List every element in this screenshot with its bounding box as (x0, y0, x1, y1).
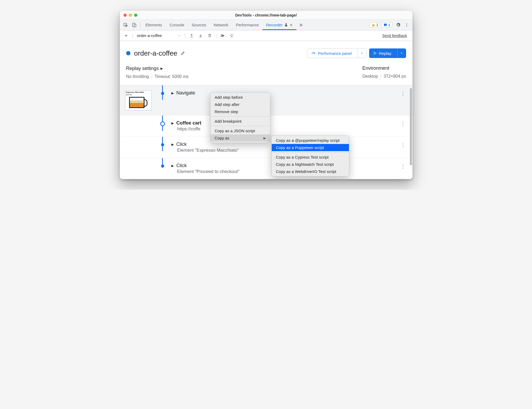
svg-point-7 (231, 36, 232, 37)
step-title: Navigate (176, 90, 195, 96)
step-more-icon[interactable]: ⋮ (399, 120, 407, 127)
recorder-toolbar: order-a-coffee Send feedback (120, 30, 413, 41)
replay-settings-toggle[interactable]: Replay settings ▸ (126, 65, 189, 71)
close-icon[interactable] (290, 23, 293, 27)
menu-add-step-before[interactable]: Add step before (211, 94, 270, 101)
kebab-icon[interactable] (402, 21, 411, 29)
environment-size: 372×804 px (383, 74, 406, 79)
step-context-menu: Add step before Add step after Remove st… (210, 92, 270, 143)
menu-remove-step[interactable]: Remove step (211, 108, 270, 115)
tab-console[interactable]: Console (166, 20, 188, 30)
settings-icon[interactable] (394, 21, 402, 29)
tab-sources[interactable]: Sources (188, 20, 210, 30)
menu-add-breakpoint[interactable]: Add breakpoint (211, 118, 270, 125)
panel-tabstrip: Elements Console Sources Network Perform… (120, 20, 413, 30)
tab-recorder-label: Recorder (266, 23, 283, 27)
chevron-down-icon (178, 34, 181, 37)
throttling-value: No throttling (126, 74, 149, 79)
chevron-right-icon: ▸ (160, 65, 163, 71)
timeline-node-icon (161, 92, 164, 95)
svg-point-5 (406, 26, 407, 27)
settings-row: Replay settings ▸ No throttling Timeout:… (120, 64, 413, 85)
step-over-icon[interactable] (218, 31, 227, 40)
recording-dot-icon (126, 51, 130, 55)
menu-add-step-after[interactable]: Add step after (211, 101, 270, 108)
menu-copy-puppeteer[interactable]: Copy as a Puppeteer script (272, 144, 349, 151)
step-more-icon[interactable]: ⋮ (399, 90, 407, 97)
svg-point-3 (406, 23, 407, 24)
device-toggle-icon[interactable] (130, 21, 138, 29)
window-controls (123, 14, 137, 17)
timeline-node-icon (161, 143, 164, 146)
step-expand[interactable]: ▶ Navigate (171, 90, 399, 96)
menu-copy-puppeteer-replay[interactable]: Copy as a @puppeteer/replay script (272, 137, 349, 144)
recording-select[interactable]: order-a-coffee (135, 32, 183, 39)
submenu-arrow-icon: ▶ (263, 136, 266, 140)
svg-rect-6 (221, 35, 222, 37)
titlebar: DevTools - chrome://new-tab-page/ (120, 11, 413, 20)
menu-copy-as[interactable]: Copy as ▶ (211, 134, 270, 142)
maximize-window-button[interactable] (134, 14, 137, 17)
delete-icon[interactable] (205, 31, 214, 40)
performance-panel-label: Performance panel (318, 51, 352, 56)
tab-elements[interactable]: Elements (142, 20, 166, 30)
step-more-icon[interactable]: ⋮ (399, 163, 407, 169)
performance-panel-button[interactable]: Performance panel (307, 48, 366, 58)
replay-button-label: Replay (379, 51, 391, 56)
play-icon (373, 51, 377, 55)
step-expand[interactable]: ▶ Coffee cart (171, 120, 399, 126)
window-title: DevTools - chrome://new-tab-page/ (120, 13, 413, 17)
step-thumbnail: Espresso Macchiato $12.00 (125, 90, 152, 110)
replay-settings: Replay settings ▸ No throttling Timeout:… (126, 65, 189, 79)
warnings-badge[interactable]: 1 (370, 22, 380, 27)
devtools-window: DevTools - chrome://new-tab-page/ Elemen… (120, 11, 413, 179)
export-icon[interactable] (187, 31, 196, 40)
steps-list: Espresso Macchiato $12.00 ▶ Navigate ⋮ A… (120, 85, 413, 179)
menu-copy-webdriverio[interactable]: Copy as a WebdriverIO Test script (272, 168, 349, 175)
caret-right-icon: ▶ (171, 164, 174, 168)
step-title: Click (176, 163, 187, 168)
menu-copy-nightwatch[interactable]: Copy as a Nightwatch Test script (272, 161, 349, 168)
gauge-icon (311, 51, 316, 56)
caret-right-icon: ▶ (171, 91, 174, 95)
replay-button[interactable]: Replay (369, 48, 406, 58)
more-tabs-icon[interactable] (296, 21, 305, 29)
timeline-node-hollow-icon (160, 121, 165, 126)
tab-recorder[interactable]: Recorder (262, 20, 296, 30)
menu-copy-json[interactable]: Copy as a JSON script (211, 127, 270, 134)
environment-settings: Environment Desktop 372×804 px (362, 65, 406, 79)
environment-device: Desktop (362, 74, 378, 79)
step-icon[interactable] (228, 31, 236, 40)
recording-title: order-a-coffee (134, 49, 178, 57)
step-more-icon[interactable]: ⋮ (399, 142, 407, 148)
messages-badge[interactable]: 1 (382, 22, 392, 27)
timeline-node-icon (161, 164, 164, 168)
flask-icon (284, 23, 288, 27)
warnings-count: 1 (376, 23, 378, 27)
step-title: Click (176, 142, 187, 147)
new-recording-icon[interactable] (122, 31, 130, 40)
send-feedback-link[interactable]: Send feedback (382, 34, 410, 38)
timeout-value: Timeout: 5000 ms (155, 74, 188, 79)
svg-point-4 (406, 24, 407, 25)
replay-dropdown[interactable] (397, 49, 406, 58)
environment-label: Environment (362, 65, 389, 71)
caret-right-icon: ▶ (171, 143, 174, 146)
import-icon[interactable] (196, 31, 205, 40)
svg-rect-2 (134, 24, 136, 27)
step-row: Espresso Macchiato $12.00 ▶ Navigate ⋮ A… (120, 85, 413, 115)
caret-right-icon: ▶ (171, 121, 174, 125)
performance-panel-dropdown[interactable] (358, 49, 366, 58)
copy-as-submenu: Copy as a @puppeteer/replay script Copy … (271, 135, 349, 176)
tab-network[interactable]: Network (210, 20, 232, 30)
menu-copy-cypress[interactable]: Copy as a Cypress Test script (272, 154, 349, 161)
recording-header: order-a-coffee Performance panel Replay (120, 41, 413, 64)
step-row: ▶ Click Element "Proceed to checkout" ⋮ (120, 158, 413, 179)
edit-title-icon[interactable] (180, 51, 185, 56)
inspect-icon[interactable] (121, 21, 130, 29)
scrollbar[interactable] (410, 88, 412, 176)
step-title: Coffee cart (176, 120, 201, 126)
minimize-window-button[interactable] (129, 14, 132, 17)
close-window-button[interactable] (123, 14, 127, 17)
tab-performance[interactable]: Performance (232, 20, 262, 30)
